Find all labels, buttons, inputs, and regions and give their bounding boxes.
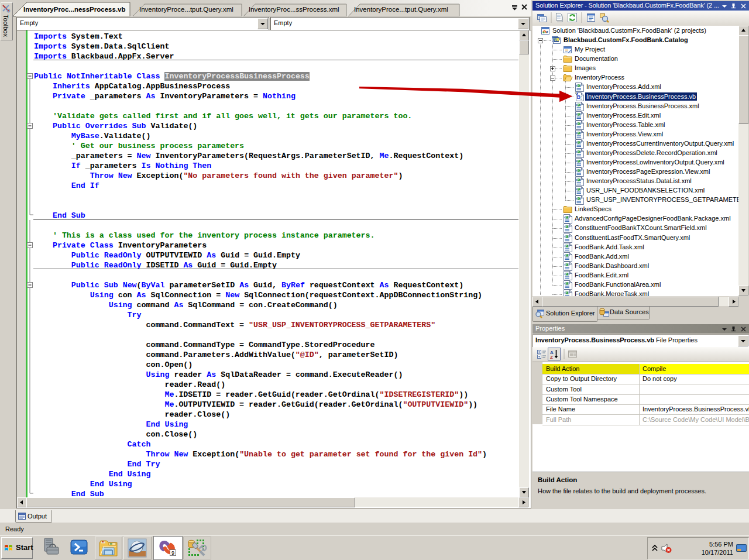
svg-text:InventoryProce...tput.Query.xm: InventoryProce...tput.Query.xml [354,6,448,13]
svg-text:InventoryProc...ssProcess.xml: InventoryProc...ssProcess.xml [249,6,339,13]
svg-text:InventoryProc...nessProcess.vb: InventoryProc...nessProcess.vb [23,6,126,13]
svg-text:InventoryProce...tput.Query.xm: InventoryProce...tput.Query.xml [139,6,233,13]
